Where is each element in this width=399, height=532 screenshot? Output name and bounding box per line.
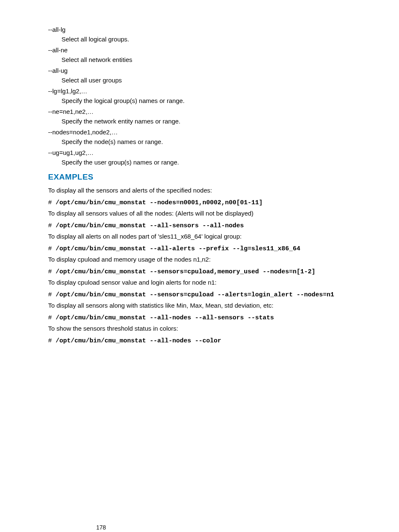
prompt: # bbox=[48, 291, 56, 298]
command-text: /opt/cmu/bin/cmu_monstat --all-nodes --c… bbox=[56, 337, 221, 344]
example-cmd: # /opt/cmu/bin/cmu_monstat --sensors=cpu… bbox=[48, 267, 399, 277]
prompt: # bbox=[48, 199, 56, 206]
example-intro: To display all sensors along with statis… bbox=[48, 301, 399, 311]
example-cmd: # /opt/cmu/bin/cmu_monstat --all-sensors… bbox=[48, 221, 399, 231]
prompt: # bbox=[48, 337, 56, 344]
option-desc: Specify the network entity names or rang… bbox=[61, 117, 399, 126]
page-number: 178 bbox=[96, 523, 106, 532]
example-cmd: # /opt/cmu/bin/cmu_monstat --all-nodes -… bbox=[48, 336, 399, 346]
command-text: /opt/cmu/bin/cmu_monstat --sensors=cpulo… bbox=[56, 268, 315, 275]
prompt: # bbox=[48, 268, 56, 275]
example-intro: To display cpuload sensor value and logi… bbox=[48, 278, 399, 288]
prompt: # bbox=[48, 314, 56, 321]
option-term: --nodes=node1,node2,… bbox=[48, 128, 399, 137]
option-desc: Select all logical groups. bbox=[61, 35, 399, 44]
option-term: --ug=ug1,ug2,… bbox=[48, 148, 399, 158]
example-intro: To display cpuload and memory usage of t… bbox=[48, 255, 399, 265]
option-desc: Specify the logical group(s) names or ra… bbox=[61, 96, 399, 106]
example-cmd: # /opt/cmu/bin/cmu_monstat --all-alerts … bbox=[48, 244, 399, 254]
example-intro: To show the sensors threshold status in … bbox=[48, 324, 399, 334]
example-intro: To display all alerts on all nodes part … bbox=[48, 232, 399, 242]
option-desc: Specify the node(s) names or range. bbox=[61, 137, 399, 147]
example-intro: To display all the sensors and alerts of… bbox=[48, 186, 399, 195]
example-intro: To display all sensors values of all the… bbox=[48, 209, 399, 218]
examples-heading: EXAMPLES bbox=[48, 171, 399, 183]
prompt: # bbox=[48, 245, 56, 252]
option-desc: Select all network entities bbox=[61, 55, 399, 65]
examples-section: To display all the sensors and alerts of… bbox=[48, 186, 399, 346]
command-text: /opt/cmu/bin/cmu_monstat --all-alerts --… bbox=[56, 245, 300, 252]
command-text: /opt/cmu/bin/cmu_monstat --all-sensors -… bbox=[56, 222, 244, 229]
option-term: --ne=ne1,ne2,… bbox=[48, 107, 399, 117]
example-cmd: # /opt/cmu/bin/cmu_monstat --all-nodes -… bbox=[48, 313, 399, 323]
option-term: --all-ne bbox=[48, 46, 399, 55]
option-term: --all-ug bbox=[48, 66, 399, 76]
option-term: --lg=lg1,lg2,… bbox=[48, 87, 399, 96]
option-desc: Specify the user group(s) names or range… bbox=[61, 158, 399, 167]
command-text: /opt/cmu/bin/cmu_monstat --all-nodes --a… bbox=[56, 314, 274, 321]
options-list: --all-lg Select all logical groups. --al… bbox=[48, 25, 399, 167]
option-desc: Select all user groups bbox=[61, 76, 399, 85]
example-cmd: # /opt/cmu/bin/cmu_monstat --sensors=cpu… bbox=[48, 290, 399, 300]
example-cmd: # /opt/cmu/bin/cmu_monstat --nodes=n0001… bbox=[48, 198, 399, 208]
option-term: --all-lg bbox=[48, 25, 399, 35]
prompt: # bbox=[48, 222, 56, 229]
command-text: /opt/cmu/bin/cmu_monstat --sensors=cpulo… bbox=[56, 291, 334, 298]
command-text: /opt/cmu/bin/cmu_monstat --nodes=n0001,n… bbox=[56, 199, 263, 206]
